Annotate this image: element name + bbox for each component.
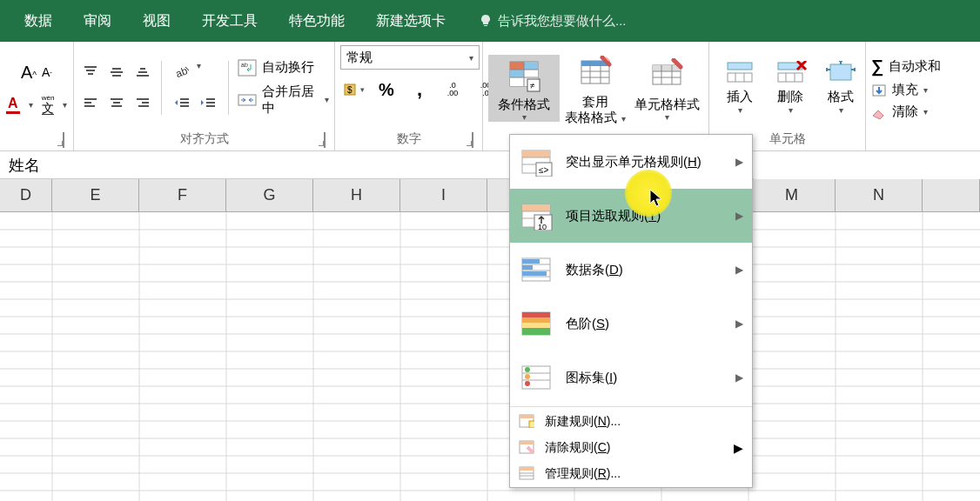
clear-button[interactable]: 清除 ▾ <box>871 104 941 120</box>
col-header[interactable]: H <box>313 179 400 211</box>
conditional-format-label: 条件格式 <box>498 97 550 112</box>
col-header[interactable]: I <box>400 179 487 211</box>
font-launcher-icon[interactable] <box>63 133 64 147</box>
svg-text:$: $ <box>347 85 352 95</box>
col-header[interactable]: N <box>836 179 923 211</box>
col-header[interactable]: D <box>0 179 52 211</box>
sigma-icon: ∑ <box>871 57 883 77</box>
col-header[interactable]: E <box>52 179 139 211</box>
number-launcher-icon[interactable] <box>472 133 473 147</box>
submenu-arrow-icon: ▶ <box>735 210 743 222</box>
cf-clear-rules[interactable]: 清除规则(C) ▶ <box>510 435 752 461</box>
phonetic-guide-button[interactable]: wén 文 <box>42 95 55 115</box>
svg-rect-4 <box>111 71 123 73</box>
table-format-button[interactable]: 套用表格格式 ▾ <box>560 52 631 125</box>
align-middle-icon[interactable] <box>105 61 128 84</box>
tab-strip: 数据 审阅 视图 开发工具 特色功能 新建选项卡 告诉我您想要做什么... <box>0 0 980 42</box>
align-bottom-icon[interactable] <box>131 61 154 84</box>
tab-developer[interactable]: 开发工具 <box>186 12 273 30</box>
align-launcher-icon[interactable] <box>324 133 326 147</box>
comma-button[interactable]: , <box>406 78 433 101</box>
tab-special[interactable]: 特色功能 <box>273 12 360 30</box>
tab-newtab[interactable]: 新建选项卡 <box>360 12 461 30</box>
svg-rect-126 <box>520 467 534 471</box>
svg-rect-33 <box>510 70 524 77</box>
cell-styles-button[interactable]: 单元格样式 ▾ <box>631 55 702 122</box>
align-group-title: 对齐方式 <box>180 131 229 147</box>
merge-center-button[interactable]: 合并后居中 ▾ <box>238 84 329 117</box>
align-right-icon[interactable] <box>131 92 154 115</box>
cell-styles-dropdown-icon: ▾ <box>665 112 669 122</box>
delete-cells-button[interactable]: 删除 ▾ <box>765 61 816 115</box>
cf-new-rule[interactable]: 新建规则(N)... <box>510 409 752 435</box>
tab-review[interactable]: 审阅 <box>68 12 127 30</box>
phonetic-dropdown[interactable]: ▾ <box>63 100 67 110</box>
svg-rect-124 <box>520 441 534 444</box>
tell-me-search[interactable]: 告诉我您想要做什么... <box>479 13 627 30</box>
wrap-text-label: 自动换行 <box>262 59 314 76</box>
increase-font-icon[interactable]: A^ <box>21 63 37 83</box>
accounting-format-button[interactable]: $▾ <box>340 78 366 101</box>
font-color-button[interactable]: A <box>6 96 20 114</box>
col-header[interactable]: F <box>139 179 226 211</box>
number-format-dropdown-icon: ▾ <box>469 53 473 63</box>
svg-rect-54 <box>728 73 752 82</box>
number-format-combo[interactable]: 常规 ▾ <box>340 45 480 70</box>
align-center-icon[interactable] <box>105 92 128 115</box>
svg-rect-113 <box>522 328 550 335</box>
increase-indent-icon[interactable] <box>197 92 219 115</box>
align-left-icon[interactable] <box>79 92 102 115</box>
col-header[interactable]: G <box>226 179 313 211</box>
spreadsheet-grid[interactable] <box>0 212 980 501</box>
orientation-button[interactable]: ab <box>171 61 193 84</box>
svg-rect-3 <box>112 68 121 70</box>
cf-color-scales[interactable]: 色阶(S) ▶ <box>510 297 752 351</box>
cf-manage-rules[interactable]: 管理规则(R)... <box>510 461 752 487</box>
increase-decimal-button[interactable]: .0.00 <box>440 78 466 101</box>
svg-point-117 <box>525 367 530 372</box>
orientation-dropdown[interactable]: ▾ <box>197 61 201 84</box>
merge-dropdown[interactable]: ▾ <box>325 95 329 104</box>
group-editing: ∑ 自动求和 填充 ▾ 清除 ▾ <box>866 42 962 150</box>
wrap-text-button[interactable]: ab 自动换行 <box>238 59 329 77</box>
conditional-format-icon: ≠ <box>507 58 541 93</box>
conditional-format-button[interactable]: ≠ 条件格式 ▾ <box>488 55 560 122</box>
autosum-button[interactable]: ∑ 自动求和 <box>871 57 941 77</box>
svg-rect-1 <box>86 70 95 71</box>
col-header[interactable] <box>923 179 980 211</box>
svg-rect-122 <box>529 421 534 428</box>
svg-rect-111 <box>522 317 550 323</box>
format-label: 格式 <box>828 89 854 105</box>
svg-rect-9 <box>84 98 97 100</box>
percent-button[interactable]: % <box>373 78 399 101</box>
align-top-icon[interactable] <box>79 61 102 84</box>
top-bottom-icon: 10 <box>519 201 554 230</box>
svg-rect-10 <box>84 102 91 104</box>
fill-button[interactable]: 填充 ▾ <box>871 82 941 98</box>
cf-top-bottom-rules[interactable]: 10 项目选取规则(T) ▶ <box>510 189 752 243</box>
svg-rect-16 <box>142 102 149 104</box>
autosum-label: 自动求和 <box>889 58 941 75</box>
cf-icon-sets[interactable]: 图标集(I) ▶ <box>510 351 752 404</box>
decrease-font-icon[interactable]: Aˇ <box>42 65 52 79</box>
tab-view[interactable]: 视图 <box>127 12 186 30</box>
formula-bar-value: 姓名 <box>9 155 40 176</box>
insert-cells-button[interactable]: 插入 ▾ <box>715 61 765 115</box>
conditional-format-menu: ≤> 突出显示单元格规则(H) ▶ 10 项目选取规则(T) ▶ 数据条(D) … <box>509 134 753 488</box>
col-header[interactable]: M <box>748 179 836 211</box>
svg-rect-5 <box>112 75 121 77</box>
svg-text:≤>: ≤> <box>539 165 548 175</box>
svg-text:10: 10 <box>538 223 547 230</box>
formula-bar[interactable]: 姓名 <box>0 151 980 179</box>
svg-rect-103 <box>522 259 540 264</box>
tab-data[interactable]: 数据 <box>9 12 68 30</box>
clear-label: 清除 <box>892 104 918 120</box>
cf-highlight-rules[interactable]: ≤> 突出显示单元格规则(H) ▶ <box>510 135 752 189</box>
group-font: A^ Aˇ A ▾ wén 文 ▾ <box>0 42 74 150</box>
font-color-dropdown[interactable]: ▾ <box>29 100 33 110</box>
table-format-label: 套用表格格式 ▾ <box>565 94 625 125</box>
cf-data-bars[interactable]: 数据条(D) ▶ <box>510 243 752 297</box>
decrease-indent-icon[interactable] <box>171 92 193 115</box>
svg-text:≠: ≠ <box>530 81 535 90</box>
format-cells-button[interactable]: 格式 ▾ <box>816 61 866 115</box>
